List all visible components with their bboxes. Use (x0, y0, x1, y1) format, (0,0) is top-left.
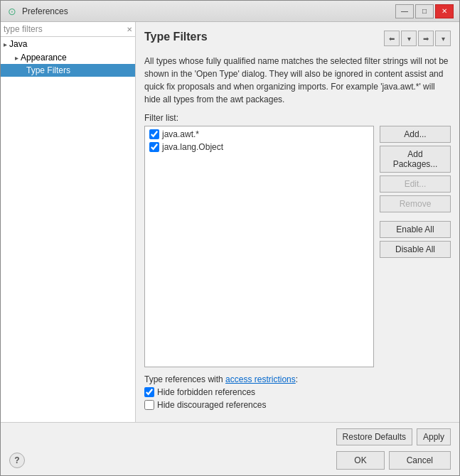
description-text: All types whose fully qualified name mat… (144, 55, 451, 106)
filter-list-label: Filter list: (144, 113, 451, 123)
access-restrictions-row: Type references with access restrictions… (144, 374, 451, 384)
restore-defaults-button[interactable]: Restore Defaults (336, 428, 412, 445)
list-item: java.lang.Object (146, 141, 372, 153)
search-input[interactable] (4, 24, 127, 34)
hide-forbidden-label: Hide forbidden references (157, 387, 255, 397)
filter-checkbox-2[interactable] (149, 142, 159, 152)
title-bar: ⊙ Preferences — □ ✕ (1, 1, 459, 22)
bottom-bar: Restore Defaults Apply ? OK Cancel (1, 422, 459, 475)
sidebar-item-type-filters[interactable]: Type Filters (1, 64, 135, 77)
disable-all-button[interactable]: Disable All (380, 241, 451, 258)
filter-list-box[interactable]: java.awt.* java.lang.Object (144, 126, 374, 367)
window-title: Preferences (22, 6, 68, 16)
footer-row: ? OK Cancel (9, 451, 451, 470)
clear-search-icon[interactable]: ✕ (127, 26, 132, 33)
sidebar-item-appearance[interactable]: ▸ Appearance (1, 51, 135, 64)
type-filters-label: Type Filters (26, 65, 70, 75)
app-icon: ⊙ (6, 6, 18, 17)
sidebar-item-java[interactable]: ▸ Java (1, 37, 135, 51)
title-bar-left: ⊙ Preferences (6, 6, 68, 17)
expand-arrow-icon: ▸ (4, 40, 7, 48)
title-buttons: — □ ✕ (395, 4, 454, 18)
filter-value-1: java.awt.* (162, 129, 199, 139)
close-button[interactable]: ✕ (435, 4, 454, 18)
minimize-button[interactable]: — (395, 4, 414, 18)
java-label: Java (9, 39, 27, 49)
filter-buttons: Add... Add Packages... Edit... Remove En… (380, 126, 451, 367)
help-button[interactable]: ? (9, 453, 25, 468)
list-item: java.awt.* (146, 128, 372, 141)
content-panel: Type Filters ⬅ ▾ ➡ ▾ All types whose ful… (136, 22, 459, 422)
search-bar: ✕ (1, 22, 135, 37)
more-button[interactable]: ▾ (435, 31, 451, 46)
hide-forbidden-checkbox[interactable] (144, 387, 154, 397)
filter-value-2: java.lang.Object (162, 142, 223, 152)
expand-arrow-icon: ▸ (15, 54, 18, 62)
hide-discouraged-row: Hide discouraged references (144, 400, 451, 410)
access-text: Type references with (144, 374, 225, 384)
maximize-button[interactable]: □ (415, 4, 434, 18)
main-content: ✕ ▸ Java ▸ Appearance Type Filters Type … (1, 22, 459, 422)
enable-all-button[interactable]: Enable All (380, 221, 451, 238)
add-button[interactable]: Add... (380, 126, 451, 143)
sidebar: ✕ ▸ Java ▸ Appearance Type Filters (1, 22, 136, 422)
page-title: Type Filters (144, 31, 208, 43)
hide-forbidden-row: Hide forbidden references (144, 387, 451, 397)
access-restrictions-link[interactable]: access restrictions (225, 374, 296, 384)
hide-discouraged-label: Hide discouraged references (157, 400, 266, 410)
filter-checkbox-1[interactable] (149, 129, 159, 139)
dropdown-arrow-button[interactable]: ▾ (401, 31, 417, 46)
preferences-window: ⊙ Preferences — □ ✕ ✕ ▸ Java ▸ Appearanc… (0, 0, 460, 476)
apply-button[interactable]: Apply (417, 428, 451, 445)
appearance-label: Appearance (21, 53, 67, 63)
footer-buttons: OK Cancel (336, 451, 451, 470)
forward-button[interactable]: ➡ (418, 31, 434, 46)
add-packages-button[interactable]: Add Packages... (380, 146, 451, 173)
filter-area: java.awt.* java.lang.Object Add... Add P… (144, 126, 451, 367)
toolbar: ⬅ ▾ ➡ ▾ (384, 31, 451, 46)
remove-button[interactable]: Remove (380, 195, 451, 212)
ok-button[interactable]: OK (336, 451, 384, 470)
hide-discouraged-checkbox[interactable] (144, 400, 154, 410)
cancel-button[interactable]: Cancel (389, 451, 451, 470)
back-button[interactable]: ⬅ (384, 31, 400, 46)
action-row: Restore Defaults Apply (9, 428, 451, 445)
access-colon: : (296, 374, 298, 384)
edit-button[interactable]: Edit... (380, 175, 451, 193)
